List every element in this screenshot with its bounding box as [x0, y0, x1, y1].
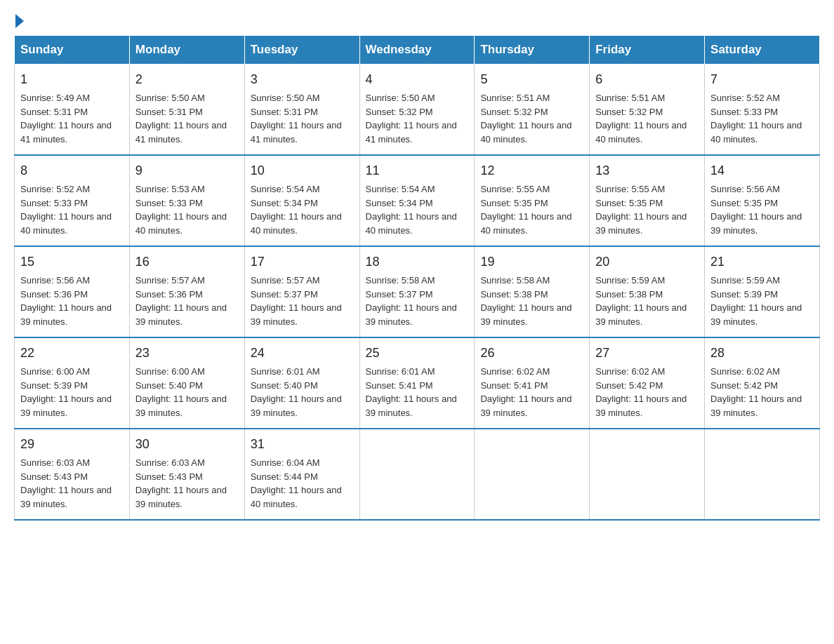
day-sunset: Sunset: 5:39 PM: [20, 380, 88, 391]
calendar-cell: 5 Sunrise: 5:51 AM Sunset: 5:32 PM Dayli…: [475, 65, 590, 156]
day-daylight: Daylight: 11 hours and 39 minutes.: [710, 302, 802, 327]
weekday-header-thursday: Thursday: [475, 36, 590, 65]
day-sunrise: Sunrise: 6:02 AM: [595, 366, 665, 377]
calendar-week-row: 1 Sunrise: 5:49 AM Sunset: 5:31 PM Dayli…: [15, 65, 820, 156]
day-number: 21: [710, 253, 814, 271]
day-number: 14: [710, 161, 814, 180]
day-sunset: Sunset: 5:39 PM: [710, 289, 778, 300]
day-daylight: Daylight: 11 hours and 40 minutes.: [480, 120, 571, 145]
day-number: 15: [20, 253, 124, 271]
day-daylight: Daylight: 11 hours and 40 minutes.: [595, 120, 687, 145]
calendar-cell: [705, 429, 820, 520]
day-sunset: Sunset: 5:32 PM: [366, 107, 433, 117]
day-number: 1: [20, 70, 124, 89]
day-number: 2: [135, 70, 239, 89]
day-sunrise: Sunrise: 6:02 AM: [480, 366, 550, 377]
calendar-week-row: 15 Sunrise: 5:56 AM Sunset: 5:36 PM Dayl…: [15, 246, 820, 337]
weekday-header-wednesday: Wednesday: [359, 36, 475, 65]
day-sunset: Sunset: 5:42 PM: [595, 380, 663, 391]
calendar-cell: 1 Sunrise: 5:49 AM Sunset: 5:31 PM Dayli…: [15, 65, 130, 156]
day-number: 12: [480, 161, 583, 180]
day-sunrise: Sunrise: 5:50 AM: [135, 93, 205, 103]
day-sunrise: Sunrise: 5:52 AM: [20, 184, 90, 194]
day-daylight: Daylight: 11 hours and 39 minutes.: [251, 394, 342, 418]
day-daylight: Daylight: 11 hours and 40 minutes.: [366, 211, 457, 236]
day-number: 18: [366, 253, 469, 271]
day-sunset: Sunset: 5:33 PM: [710, 107, 778, 117]
weekday-header-saturday: Saturday: [705, 36, 820, 65]
day-daylight: Daylight: 11 hours and 39 minutes.: [480, 394, 571, 418]
day-sunrise: Sunrise: 5:55 AM: [595, 184, 665, 194]
day-sunset: Sunset: 5:34 PM: [251, 198, 318, 208]
calendar-cell: 4 Sunrise: 5:50 AM Sunset: 5:32 PM Dayli…: [359, 65, 475, 156]
calendar-cell: 26 Sunrise: 6:02 AM Sunset: 5:41 PM Dayl…: [475, 337, 590, 429]
day-daylight: Daylight: 11 hours and 39 minutes.: [20, 485, 112, 509]
day-number: 22: [20, 344, 124, 363]
day-number: 25: [366, 344, 469, 363]
calendar-cell: 31 Sunrise: 6:04 AM Sunset: 5:44 PM Dayl…: [244, 429, 359, 520]
day-number: 19: [480, 253, 583, 271]
day-daylight: Daylight: 11 hours and 39 minutes.: [595, 211, 687, 236]
day-daylight: Daylight: 11 hours and 41 minutes.: [135, 120, 227, 145]
day-sunset: Sunset: 5:41 PM: [480, 380, 548, 391]
day-sunrise: Sunrise: 5:50 AM: [366, 93, 435, 103]
calendar-table: SundayMondayTuesdayWednesdayThursdayFrid…: [14, 35, 820, 521]
day-sunset: Sunset: 5:35 PM: [710, 198, 778, 208]
logo-triangle-icon: [15, 14, 24, 28]
calendar-cell: 18 Sunrise: 5:58 AM Sunset: 5:37 PM Dayl…: [359, 246, 475, 337]
day-number: 26: [480, 344, 583, 363]
day-sunset: Sunset: 5:41 PM: [366, 380, 433, 391]
day-daylight: Daylight: 11 hours and 40 minutes.: [251, 485, 342, 509]
day-sunrise: Sunrise: 6:02 AM: [710, 366, 780, 377]
calendar-week-row: 22 Sunrise: 6:00 AM Sunset: 5:39 PM Dayl…: [15, 337, 820, 429]
day-daylight: Daylight: 11 hours and 40 minutes.: [135, 211, 227, 236]
day-sunset: Sunset: 5:37 PM: [366, 289, 433, 300]
day-sunrise: Sunrise: 6:03 AM: [20, 457, 90, 468]
day-sunset: Sunset: 5:33 PM: [20, 198, 88, 208]
day-sunset: Sunset: 5:42 PM: [710, 380, 778, 391]
day-sunset: Sunset: 5:40 PM: [251, 380, 318, 391]
day-number: 11: [366, 161, 469, 180]
calendar-cell: 24 Sunrise: 6:01 AM Sunset: 5:40 PM Dayl…: [244, 337, 359, 429]
day-sunset: Sunset: 5:37 PM: [251, 289, 318, 300]
calendar-cell: [590, 429, 705, 520]
day-sunrise: Sunrise: 5:54 AM: [366, 184, 435, 194]
day-number: 10: [251, 161, 354, 180]
day-number: 31: [251, 435, 354, 454]
calendar-cell: 9 Sunrise: 5:53 AM Sunset: 5:33 PM Dayli…: [129, 155, 244, 246]
calendar-cell: 21 Sunrise: 5:59 AM Sunset: 5:39 PM Dayl…: [705, 246, 820, 337]
day-sunrise: Sunrise: 5:53 AM: [135, 184, 205, 194]
day-daylight: Daylight: 11 hours and 39 minutes.: [251, 302, 342, 327]
calendar-cell: 30 Sunrise: 6:03 AM Sunset: 5:43 PM Dayl…: [129, 429, 244, 520]
day-number: 16: [135, 253, 239, 271]
day-sunrise: Sunrise: 5:57 AM: [251, 275, 320, 286]
day-sunset: Sunset: 5:33 PM: [135, 198, 203, 208]
calendar-cell: 20 Sunrise: 5:59 AM Sunset: 5:38 PM Dayl…: [590, 246, 705, 337]
calendar-cell: 10 Sunrise: 5:54 AM Sunset: 5:34 PM Dayl…: [244, 155, 359, 246]
day-number: 4: [366, 70, 469, 89]
day-sunrise: Sunrise: 5:52 AM: [710, 93, 780, 103]
weekday-header-tuesday: Tuesday: [244, 36, 359, 65]
day-sunrise: Sunrise: 5:59 AM: [710, 275, 780, 286]
calendar-cell: 8 Sunrise: 5:52 AM Sunset: 5:33 PM Dayli…: [15, 155, 130, 246]
calendar-cell: 29 Sunrise: 6:03 AM Sunset: 5:43 PM Dayl…: [15, 429, 130, 520]
day-sunrise: Sunrise: 5:59 AM: [595, 275, 665, 286]
day-number: 13: [595, 161, 699, 180]
day-number: 3: [251, 70, 354, 89]
day-number: 29: [20, 435, 124, 454]
day-number: 17: [251, 253, 354, 271]
day-number: 28: [710, 344, 814, 363]
day-sunset: Sunset: 5:35 PM: [480, 198, 548, 208]
day-sunrise: Sunrise: 6:03 AM: [135, 457, 205, 468]
day-number: 7: [710, 70, 814, 89]
day-sunset: Sunset: 5:36 PM: [20, 289, 88, 300]
day-number: 5: [480, 70, 583, 89]
calendar-cell: 28 Sunrise: 6:02 AM Sunset: 5:42 PM Dayl…: [705, 337, 820, 429]
day-number: 30: [135, 435, 239, 454]
day-sunrise: Sunrise: 5:50 AM: [251, 93, 320, 103]
day-number: 6: [595, 70, 699, 89]
logo: [14, 14, 24, 28]
day-sunset: Sunset: 5:31 PM: [20, 107, 88, 117]
calendar-cell: 12 Sunrise: 5:55 AM Sunset: 5:35 PM Dayl…: [475, 155, 590, 246]
day-sunset: Sunset: 5:38 PM: [595, 289, 663, 300]
